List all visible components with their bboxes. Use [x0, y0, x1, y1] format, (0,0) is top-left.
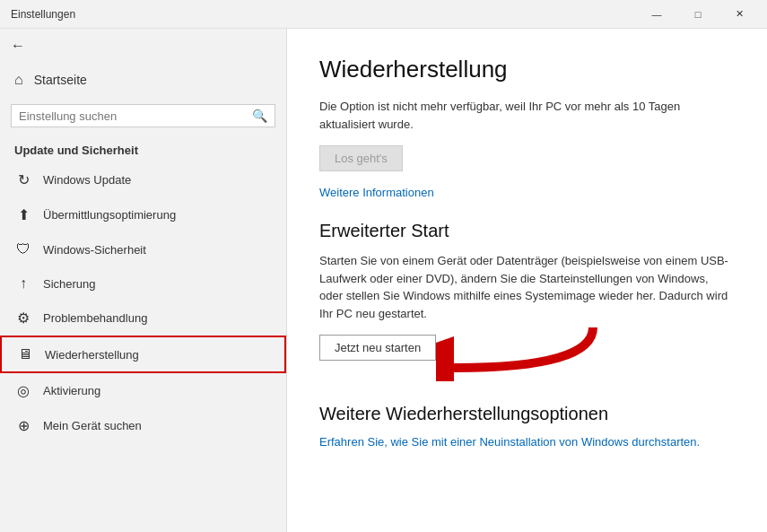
recovery-icon: 🖥	[16, 346, 34, 362]
restart-now-button[interactable]: Jetzt neu starten	[319, 335, 436, 361]
backup-icon: ↑	[14, 275, 32, 292]
sidebar-item-label: Problembehandlung	[43, 311, 147, 325]
sidebar-item-label: Wiederherstellung	[45, 348, 139, 362]
sidebar-item-label: Windows Update	[43, 173, 131, 187]
search-icon[interactable]: 🔍	[252, 109, 267, 123]
windows-update-icon: ↻	[14, 171, 32, 188]
minimize-button[interactable]: —	[636, 0, 677, 29]
sidebar-item-label: Windows-Sicherheit	[43, 243, 146, 257]
restart-button-container: Jetzt neu starten	[319, 335, 436, 382]
back-button[interactable]: ←	[0, 29, 286, 63]
troubleshoot-icon: ⚙	[14, 310, 32, 327]
titlebar: Einstellungen — □ ✕	[0, 0, 767, 29]
sidebar: ← ⌂ Startseite 🔍 Update und Sicherheit ↻…	[0, 29, 287, 532]
further-options-title: Weitere Wiederherstellungsoptionen	[319, 404, 735, 424]
back-arrow-icon: ←	[11, 38, 25, 54]
find-device-icon: ⊕	[14, 417, 32, 434]
more-info-link[interactable]: Weitere Informationen	[319, 186, 735, 199]
app-body: ← ⌂ Startseite 🔍 Update und Sicherheit ↻…	[0, 29, 767, 532]
search-input[interactable]	[19, 109, 252, 123]
unavailable-description: Die Option ist nicht mehr verfügbar, wei…	[319, 98, 735, 133]
close-button[interactable]: ✕	[719, 0, 760, 29]
sidebar-item-activation[interactable]: ◎ Aktivierung	[0, 373, 286, 408]
window-controls: — □ ✕	[636, 0, 760, 29]
sidebar-item-label: Übermittlungsoptimierung	[43, 208, 176, 222]
home-label: Startseite	[34, 73, 87, 87]
maximize-button[interactable]: □	[677, 0, 719, 29]
further-options-link[interactable]: Erfahren Sie, wie Sie mit einer Neuinsta…	[319, 435, 700, 449]
sidebar-item-backup[interactable]: ↑ Sicherung	[0, 266, 286, 301]
sidebar-item-label: Mein Gerät suchen	[43, 419, 142, 432]
erweiterter-start-desc: Starten Sie von einem Gerät oder Datentr…	[319, 252, 735, 322]
windows-security-icon: 🛡	[14, 241, 32, 257]
sidebar-item-home[interactable]: ⌂ Startseite	[0, 63, 286, 97]
app-title: Einstellungen	[11, 8, 75, 21]
sidebar-item-windows-update[interactable]: ↻ Windows Update	[0, 162, 286, 197]
erweiterter-start-title: Erweiterter Start	[319, 221, 735, 241]
red-arrow-indicator	[436, 318, 597, 381]
page-title: Wiederherstellung	[319, 56, 735, 83]
home-icon: ⌂	[14, 72, 23, 88]
main-content: Wiederherstellung Die Option ist nicht m…	[287, 29, 767, 532]
search-box[interactable]: 🔍	[11, 104, 275, 127]
activation-icon: ◎	[14, 382, 32, 399]
delivery-optimization-icon: ⬆	[14, 206, 32, 223]
sidebar-item-find-device[interactable]: ⊕ Mein Gerät suchen	[0, 408, 286, 443]
sidebar-section-title: Update und Sicherheit	[0, 135, 286, 162]
sidebar-item-label: Sicherung	[43, 277, 96, 291]
los-gehts-button: Los geht's	[319, 145, 403, 171]
sidebar-item-windows-security[interactable]: 🛡 Windows-Sicherheit	[0, 232, 286, 266]
sidebar-item-label: Aktivierung	[43, 384, 100, 397]
sidebar-item-recovery[interactable]: 🖥 Wiederherstellung	[0, 336, 286, 373]
sidebar-item-troubleshoot[interactable]: ⚙ Problembehandlung	[0, 301, 286, 336]
sidebar-item-delivery-optimization[interactable]: ⬆ Übermittlungsoptimierung	[0, 197, 286, 232]
